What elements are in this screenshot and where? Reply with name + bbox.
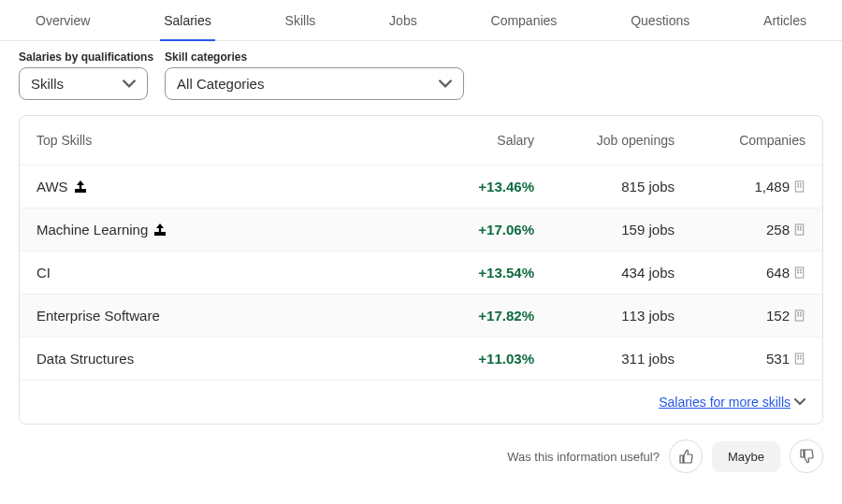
chevron-down-icon — [794, 396, 806, 408]
header-jobs: Job openings — [534, 133, 675, 148]
skill-cell[interactable]: Data Structures — [36, 351, 422, 367]
table-row: Data Structures+11.03%311 jobs531 — [20, 337, 822, 380]
thumbs-down-button[interactable] — [790, 439, 823, 473]
companies-count: 152 — [766, 308, 790, 324]
companies-count: 531 — [766, 351, 790, 367]
companies-count: 648 — [766, 265, 790, 281]
companies-cell[interactable]: 531 — [675, 351, 806, 367]
companies-cell[interactable]: 258 — [675, 222, 806, 238]
salary-cell: +13.46% — [422, 179, 534, 194]
tab-overview[interactable]: Overview — [26, 0, 99, 40]
companies-cell[interactable]: 152 — [675, 308, 806, 324]
jobs-cell[interactable]: 113 jobs — [534, 308, 675, 324]
table-row: AWS+13.46%815 jobs1,489 — [20, 165, 822, 208]
jobs-cell[interactable]: 311 jobs — [534, 351, 675, 367]
table-header: Top Skills Salary Job openings Companies — [20, 116, 822, 165]
filter-qualifications-label: Salaries by qualifications — [19, 50, 153, 64]
skill-name: Data Structures — [36, 351, 134, 367]
skill-name: Enterprise Software — [36, 308, 160, 324]
categories-select-value: All Categories — [177, 76, 264, 92]
building-icon — [793, 310, 806, 322]
filter-qualifications-group: Salaries by qualifications Skills — [19, 50, 153, 100]
salary-cell: +13.54% — [422, 265, 534, 281]
building-icon — [793, 353, 806, 365]
table-row: Machine Learning+17.06%159 jobs258 — [20, 208, 822, 251]
categories-select[interactable]: All Categories — [165, 67, 464, 100]
feedback-bar: Was this information useful? Maybe — [0, 439, 842, 486]
header-salary: Salary — [422, 133, 534, 148]
tab-jobs[interactable]: Jobs — [380, 0, 427, 40]
building-icon — [793, 180, 806, 193]
header-skill: Top Skills — [36, 133, 422, 148]
table-row: CI+13.54%434 jobs648 — [20, 251, 822, 294]
jobs-cell[interactable]: 815 jobs — [534, 179, 675, 194]
thumbs-down-icon — [799, 449, 814, 464]
tabs-nav: OverviewSalariesSkillsJobsCompaniesQuest… — [0, 0, 842, 41]
rising-icon — [153, 223, 167, 237]
skill-cell[interactable]: Enterprise Software — [36, 308, 422, 324]
chevron-down-icon — [439, 78, 452, 91]
qualifications-select-value: Skills — [31, 76, 64, 92]
skill-name: AWS — [36, 179, 68, 194]
salary-cell: +11.03% — [422, 351, 534, 367]
salary-cell: +17.82% — [422, 308, 534, 324]
skill-name: Machine Learning — [36, 222, 148, 238]
filters-row: Salaries by qualifications Skills Skill … — [0, 43, 842, 115]
table-row: Enterprise Software+17.82%113 jobs152 — [20, 294, 822, 337]
salary-cell: +17.06% — [422, 222, 534, 238]
header-companies: Companies — [675, 133, 806, 148]
companies-cell[interactable]: 1,489 — [675, 179, 806, 194]
skill-cell[interactable]: CI — [36, 265, 422, 281]
tab-questions[interactable]: Questions — [621, 0, 699, 40]
tab-companies[interactable]: Companies — [482, 0, 567, 40]
companies-cell[interactable]: 648 — [675, 265, 806, 281]
jobs-cell[interactable]: 159 jobs — [534, 222, 675, 238]
companies-count: 1,489 — [754, 179, 790, 194]
tab-skills[interactable]: Skills — [276, 0, 326, 40]
companies-count: 258 — [766, 222, 790, 238]
feedback-prompt: Was this information useful? — [507, 450, 660, 464]
filter-categories-label: Skill categories — [165, 50, 464, 64]
building-icon — [793, 266, 806, 279]
building-icon — [793, 223, 806, 236]
more-skills-label: Salaries for more skills — [659, 395, 791, 410]
more-skills-link[interactable]: Salaries for more skills — [659, 395, 806, 410]
thumbs-up-button[interactable] — [669, 439, 703, 473]
thumbs-up-icon — [678, 449, 693, 464]
filter-categories-group: Skill categories All Categories — [165, 50, 464, 100]
tab-articles[interactable]: Articles — [754, 0, 816, 40]
skill-name: CI — [36, 265, 51, 281]
jobs-cell[interactable]: 434 jobs — [534, 265, 675, 281]
skill-cell[interactable]: AWS — [36, 179, 422, 194]
tab-salaries[interactable]: Salaries — [154, 0, 221, 40]
expand-row: Salaries for more skills — [20, 380, 822, 424]
chevron-down-icon — [123, 78, 136, 91]
skills-salary-card: Top Skills Salary Job openings Companies… — [19, 115, 823, 425]
maybe-button[interactable]: Maybe — [712, 441, 780, 472]
skill-cell[interactable]: Machine Learning — [36, 222, 422, 238]
rising-icon — [74, 180, 87, 194]
qualifications-select[interactable]: Skills — [19, 67, 148, 100]
